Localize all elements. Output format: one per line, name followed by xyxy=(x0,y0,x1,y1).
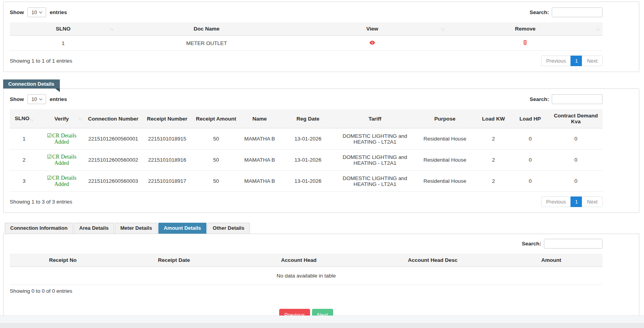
column-header-receipt-no[interactable]: Receipt No xyxy=(10,254,116,267)
documents-table: SLNO ↑↓ Doc Name View ↑↓ Remove ↑↓ xyxy=(10,22,603,51)
cell-slno: 1 xyxy=(10,36,117,51)
column-header-contract-demand-kva[interactable]: Contract Demand Kva xyxy=(549,109,603,128)
table-summary: Showing 1 to 3 of 3 entries xyxy=(10,199,72,205)
cell-receipt-number: 2215101018917 xyxy=(142,171,193,192)
cell-load-kw: 2 xyxy=(476,128,511,150)
column-header-slno[interactable]: SLNO↑↓ xyxy=(10,109,38,128)
column-header-doc-name[interactable]: Doc Name xyxy=(117,22,297,36)
table-row: 2 ☑CR Details Added 22151012600560002 22… xyxy=(10,150,603,171)
remove-document-button[interactable] xyxy=(522,40,528,45)
column-header-load-kw[interactable]: Load KW xyxy=(476,109,511,128)
page-size-select[interactable]: 10 xyxy=(27,7,46,17)
sort-icon: ↑↓ xyxy=(596,27,599,31)
page-size-select[interactable]: 10 xyxy=(27,94,46,104)
amount-details-table: Receipt No Receipt Date Account Head Acc… xyxy=(10,254,603,285)
section-title: Connection Details xyxy=(8,81,54,87)
tab-other-details[interactable]: Other Details xyxy=(207,223,250,234)
cell-tariff: DOMESTIC LIGHTING and HEATING - LT2A1 xyxy=(336,171,414,192)
pagination: Previous 1 Next xyxy=(541,196,603,207)
column-header-slno[interactable]: SLNO ↑↓ xyxy=(10,22,117,36)
cell-load-hp: 0 xyxy=(511,128,549,150)
cell-purpose: Residential House xyxy=(414,150,476,171)
page-content: Show 10 entries Search: xyxy=(3,2,639,327)
pagination: Previous 1 Next xyxy=(541,56,603,66)
column-header-tariff[interactable]: Tariff xyxy=(336,109,414,128)
column-header-amount[interactable]: Amount xyxy=(500,254,603,267)
search-label: Search: xyxy=(522,241,541,247)
checkbox-checked-icon: ☑ xyxy=(47,175,52,181)
search-label: Search: xyxy=(529,9,549,15)
cell-load-kw: 2 xyxy=(476,171,511,192)
cell-verify: ☑CR Details Added xyxy=(38,150,85,171)
entries-label: entries xyxy=(50,96,67,102)
pagination-next[interactable]: Next xyxy=(582,56,603,66)
sort-icon: ↑↓ xyxy=(110,27,113,31)
chevron-down-icon xyxy=(39,10,42,13)
search-input[interactable] xyxy=(544,239,603,249)
search-input[interactable] xyxy=(552,94,603,104)
column-header-view[interactable]: View ↑↓ xyxy=(297,22,448,36)
column-header-receipt-number[interactable]: Receipt Number xyxy=(142,109,193,128)
pagination-page-1[interactable]: 1 xyxy=(570,56,582,66)
table-row: 1 METER OUTLET xyxy=(10,36,603,51)
cell-contract-demand-kva: 0 xyxy=(549,128,603,150)
cell-slno: 3 xyxy=(10,171,38,192)
cell-connection-number: 22151012600560003 xyxy=(85,171,142,192)
pagination-previous[interactable]: Previous xyxy=(541,196,571,207)
cell-slno: 1 xyxy=(10,128,38,150)
cell-name: MAMATHA B xyxy=(239,171,280,192)
pagination-previous[interactable]: Previous xyxy=(541,56,571,66)
table-summary: Showing 1 to 1 of 1 entries xyxy=(10,58,72,64)
tab-area-details[interactable]: Area Details xyxy=(74,223,114,234)
connection-details-table: SLNO↑↓ Verify ↑↓ Connection Number Recei… xyxy=(10,109,603,192)
column-header-verify[interactable]: Verify ↑↓ xyxy=(38,109,85,128)
column-header-reg-date[interactable]: Reg Date xyxy=(280,109,336,128)
column-header-purpose[interactable]: Purpose xyxy=(414,109,476,128)
column-header-account-head-desc[interactable]: Account Head Desc xyxy=(366,254,500,267)
section-header-row: Connection Details xyxy=(3,79,639,88)
page-size-value: 10 xyxy=(32,10,37,15)
search-input[interactable] xyxy=(552,7,603,17)
cell-purpose: Residential House xyxy=(414,171,476,192)
tab-amount-details[interactable]: Amount Details xyxy=(158,223,206,234)
column-header-account-head[interactable]: Account Head xyxy=(232,254,365,267)
connection-details-card: Show 10 entries Search: xyxy=(3,88,639,213)
column-header-remove[interactable]: Remove ↑↓ xyxy=(448,22,603,36)
page-size-value: 10 xyxy=(32,97,37,102)
page-footer xyxy=(0,315,644,328)
cell-receipt-amount: 50 xyxy=(193,171,239,192)
tab-meter-details[interactable]: Meter Details xyxy=(115,223,158,234)
cell-receipt-number: 2215101018916 xyxy=(142,150,193,171)
table-header-row: Receipt No Receipt Date Account Head Acc… xyxy=(10,254,603,267)
cell-doc-name: METER OUTLET xyxy=(117,36,297,51)
cell-contract-demand-kva: 0 xyxy=(549,171,603,192)
view-document-button[interactable] xyxy=(369,40,375,45)
pagination-page-1[interactable]: 1 xyxy=(570,196,582,207)
cell-receipt-amount: 50 xyxy=(193,128,239,150)
chevron-down-icon xyxy=(39,97,42,100)
pagination-next[interactable]: Next xyxy=(582,196,603,207)
table-summary: Showing 0 to 0 of 0 entries xyxy=(10,288,603,294)
column-header-connection-number[interactable]: Connection Number xyxy=(85,109,142,128)
table-header-row: SLNO ↑↓ Doc Name View ↑↓ Remove ↑↓ xyxy=(10,22,603,36)
cell-tariff: DOMESTIC LIGHTING and HEATING - LT2A1 xyxy=(336,128,414,150)
show-label: Show xyxy=(10,9,24,15)
search-label: Search: xyxy=(529,96,549,102)
cell-purpose: Residential House xyxy=(414,128,476,150)
checkbox-checked-icon: ☑ xyxy=(47,133,52,139)
column-header-name[interactable]: Name xyxy=(239,109,280,128)
table-row: 3 ☑CR Details Added 22151012600560003 22… xyxy=(10,171,603,192)
cell-receipt-number: 2215101018915 xyxy=(142,128,193,150)
eye-icon xyxy=(369,40,375,45)
amount-details-panel: Search: Receipt No Receipt Date Account … xyxy=(3,234,639,327)
trash-icon xyxy=(522,40,528,45)
empty-message: No data available in table xyxy=(10,267,603,285)
cell-slno: 2 xyxy=(10,150,38,171)
column-header-receipt-amount[interactable]: Receipt Amount xyxy=(193,109,239,128)
column-header-receipt-date[interactable]: Receipt Date xyxy=(116,254,232,267)
tab-connection-information[interactable]: Connection Information xyxy=(5,223,73,234)
cell-reg-date: 13-01-2026 xyxy=(280,128,336,150)
sort-icon: ↑↓ xyxy=(79,116,82,121)
column-header-load-hp[interactable]: Load HP xyxy=(511,109,549,128)
cell-tariff: DOMESTIC LIGHTING and HEATING - LT2A1 xyxy=(336,150,414,171)
